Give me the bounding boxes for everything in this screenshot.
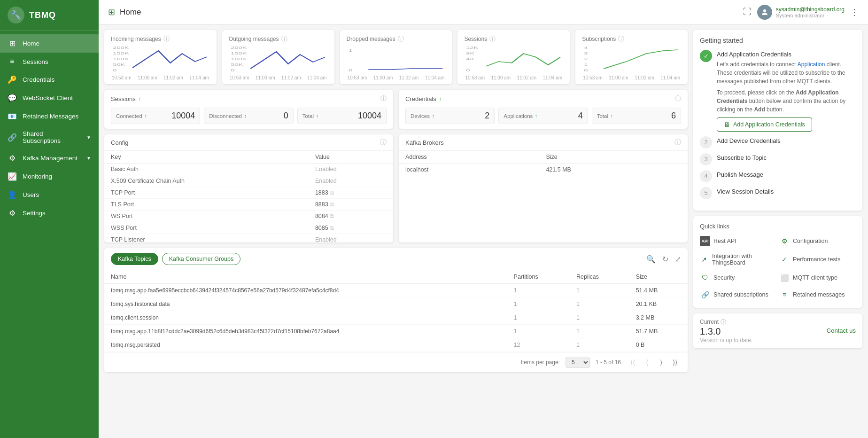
quick-link-retained-msgs[interactable]: ≡ Retained messages — [779, 288, 856, 301]
info-icon[interactable]: ⓘ — [281, 35, 287, 43]
main-area: ⊞ Home ⛶ sysadmin@thingsboard.org System… — [99, 0, 868, 438]
svg-text:100K: 100K — [231, 57, 247, 61]
sidebar-item-users[interactable]: 👤 Users — [0, 186, 99, 204]
svg-text:0: 0 — [584, 69, 588, 72]
kafka-brokers-title: Kafka Brokers — [405, 139, 444, 146]
arrow-icon: ↑ — [244, 113, 247, 119]
quick-link-configuration[interactable]: ⚙ Configuration — [779, 235, 856, 248]
kafka-icon: ⚙ — [8, 154, 17, 163]
address-header: Address — [399, 151, 539, 164]
copy-icon[interactable]: ⧉ — [330, 201, 334, 208]
sidebar-item-settings[interactable]: ⚙ Settings — [0, 204, 99, 222]
arrow-icon: ↑ — [316, 113, 318, 119]
retained-icon: ≡ — [779, 289, 790, 300]
sidebar-item-label: Sessions — [23, 58, 91, 65]
mqtt-icon: ⬜ — [779, 273, 790, 283]
table-row: tbmq.msg.app.11b8f12cddc2ae3099d6f52c6d5… — [104, 325, 688, 338]
prev-page-button[interactable]: ⟨ — [641, 356, 653, 368]
more-menu-icon[interactable]: ⋮ — [850, 7, 859, 17]
fullscreen-icon[interactable]: ⛶ — [743, 7, 752, 17]
sidebar-item-credentials[interactable]: 🔑 Credentials — [0, 70, 99, 89]
topics-footer: Items per page: 5 10 25 1 - 5 of 16 ⟨⟨ ⟨… — [104, 352, 688, 372]
items-per-page-select[interactable]: 5 10 25 — [566, 357, 590, 368]
refresh-icon[interactable]: ↻ — [662, 255, 668, 264]
info-icon[interactable]: ⓘ — [675, 94, 681, 103]
dropped-messages-card: Dropped messages ⓘ 1 0 10:53 am 11:00 am — [340, 30, 452, 84]
copy-icon[interactable]: ⧉ — [330, 225, 334, 231]
copy-icon[interactable]: ⧉ — [330, 213, 334, 219]
applications-metric: Applications ↑ 4 — [498, 108, 588, 124]
sidebar-item-shared[interactable]: 🔗 Shared Subscriptions ▼ — [0, 125, 99, 149]
dropped-title: Dropped messages ⓘ — [347, 35, 446, 43]
svg-text:2: 2 — [584, 57, 588, 61]
sidebar-item-websocket[interactable]: 💬 WebSocket Client — [0, 89, 99, 107]
kafka-topics-tab[interactable]: Kafka Topics — [111, 253, 158, 265]
monitoring-icon: 📈 — [8, 172, 17, 181]
user-menu[interactable]: sysadmin@thingsboard.org System administ… — [757, 5, 845, 20]
app-link[interactable]: Application — [798, 61, 825, 68]
table-row: localhost 421.5 MB — [399, 164, 688, 176]
info-icon[interactable]: ⓘ — [489, 35, 496, 43]
step-2: 2 Add Device Credentials — [700, 136, 856, 149]
topic-partitions: 1 — [507, 284, 570, 297]
x-axis-label: 11:00 am — [256, 75, 275, 80]
copy-icon[interactable]: ⧉ — [330, 189, 334, 196]
quick-link-security[interactable]: 🛡 Security — [700, 271, 776, 284]
chevron-down-icon: ▼ — [86, 135, 91, 140]
kafka-brokers-table: Address Size localhost 421.5 MB — [399, 151, 688, 176]
disconnected-value: 0 — [284, 111, 288, 121]
sidebar-item-kafka[interactable]: ⚙ Kafka Management ▼ — [0, 149, 99, 167]
quick-link-rest-api[interactable]: API Rest API — [700, 235, 776, 248]
info-icon[interactable]: ⓘ — [380, 94, 387, 103]
kafka-topics-table: Name Partitions Replicas Size tbmq.msg.a… — [104, 270, 688, 352]
info-icon[interactable]: ⓘ — [380, 138, 387, 147]
sidebar-item-monitoring[interactable]: 📈 Monitoring — [0, 167, 99, 186]
step-2-title[interactable]: Add Device Credentials — [717, 136, 856, 146]
add-application-credentials-button[interactable]: 🖥 Add Application Credentials — [717, 117, 812, 132]
kafka-consumer-groups-tab[interactable]: Kafka Consumer Groups — [162, 253, 241, 265]
page-title: Home — [120, 8, 141, 17]
step-5-num: 5 — [700, 187, 712, 199]
sidebar-item-sessions[interactable]: ≡ Sessions — [0, 53, 99, 70]
fullscreen-icon[interactable]: ⤢ — [675, 255, 681, 264]
quick-link-integration[interactable]: ↗ Integration with ThingsBoard — [700, 251, 776, 267]
info-icon[interactable]: ⓘ — [398, 35, 404, 43]
sidebar-item-label: Settings — [23, 210, 91, 217]
config-value: 8883 ⧉ — [309, 199, 393, 211]
quick-link-shared-subs[interactable]: 🔗 Shared subscriptions — [700, 288, 776, 301]
first-page-button[interactable]: ⟨⟨ — [627, 356, 639, 368]
version-label: Current ⓘ — [700, 318, 752, 326]
shared-icon: 🔗 — [8, 133, 17, 142]
x-axis-label: 11:00 am — [373, 75, 393, 80]
sidebar-logo: 🔧 TBMQ — [0, 0, 99, 31]
topic-replicas: 1 — [570, 311, 629, 325]
table-row: TCP ListenerEnabled — [104, 234, 393, 243]
size-header: Size — [539, 151, 688, 164]
topbar-title: ⊞ Home — [108, 7, 737, 17]
logo-icon: 🔧 — [8, 7, 24, 23]
info-icon[interactable]: ⓘ — [618, 35, 624, 43]
contact-us-link[interactable]: Contact us — [827, 327, 856, 334]
avatar — [757, 5, 772, 20]
next-page-button[interactable]: ⟩ — [655, 356, 667, 368]
quick-link-mqtt-client[interactable]: ⬜ MQTT client type — [779, 271, 856, 284]
svg-text:200K: 200K — [113, 46, 129, 49]
config-header: Config ⓘ — [104, 134, 393, 151]
search-icon[interactable]: 🔍 — [646, 255, 656, 264]
sidebar-item-retained[interactable]: 📧 Retained Messages — [0, 107, 99, 125]
trend-icon: ↑ — [439, 96, 442, 102]
info-icon[interactable]: ⓘ — [674, 138, 681, 147]
config-key: Basic Auth — [104, 164, 309, 175]
step-4-title[interactable]: Publish Message — [717, 170, 856, 180]
subscriptions-chart-title: Subscriptions ⓘ — [582, 35, 681, 43]
svg-text:100K: 100K — [113, 57, 129, 61]
performance-icon: ✓ — [779, 254, 790, 265]
step-5-title[interactable]: View Session Details — [717, 187, 856, 196]
sidebar-item-home[interactable]: ⊞ Home — [0, 34, 99, 53]
quick-link-performance[interactable]: ✓ Performance tests — [779, 251, 856, 267]
last-page-button[interactable]: ⟩⟩ — [669, 356, 681, 368]
step-3-title[interactable]: Subscribe to Topic — [717, 153, 856, 163]
info-icon[interactable]: ⓘ — [163, 35, 170, 43]
disconnected-label: Disconnected ↑ — [209, 113, 247, 119]
step-2-num: 2 — [700, 136, 712, 149]
